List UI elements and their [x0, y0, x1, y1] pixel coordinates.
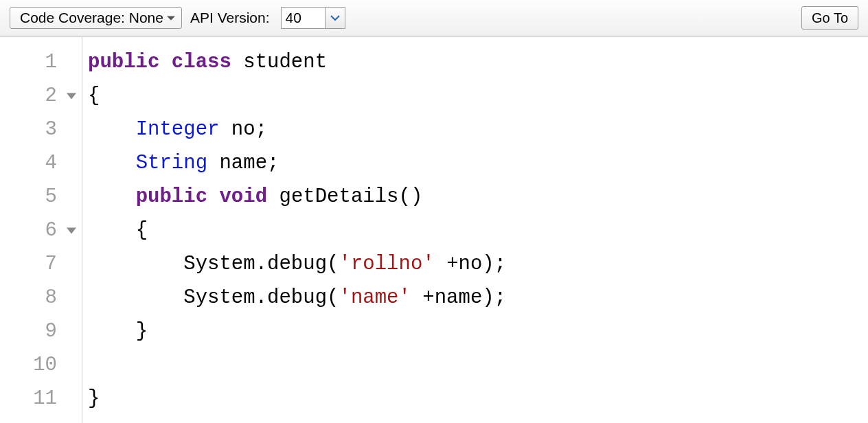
code-area[interactable]: public class student{ Integer no; String… — [82, 37, 868, 423]
line-number-gutter: 1234567891011 — [0, 37, 82, 423]
line-number: 5 — [0, 180, 82, 214]
code-line[interactable]: { — [88, 79, 868, 113]
line-number: 10 — [0, 348, 82, 382]
code-line[interactable] — [88, 348, 868, 382]
code-line[interactable]: System.debug('rollno' +no); — [88, 247, 868, 281]
chevron-down-icon — [330, 15, 340, 21]
caret-down-icon — [167, 16, 175, 21]
goto-button[interactable]: Go To — [801, 6, 858, 30]
line-number: 9 — [0, 315, 82, 348]
code-line[interactable]: { — [88, 214, 868, 247]
line-number: 4 — [0, 146, 82, 180]
toolbar: Code Coverage: None API Version: Go To — [0, 0, 868, 36]
code-line[interactable]: String name; — [88, 146, 868, 180]
code-line[interactable]: System.debug('name' +name); — [88, 281, 868, 315]
fold-toggle-icon[interactable] — [67, 93, 76, 99]
code-line[interactable]: } — [88, 315, 868, 348]
code-line[interactable]: public class student — [88, 45, 868, 79]
line-number: 2 — [0, 79, 82, 113]
line-number: 11 — [0, 382, 82, 415]
line-number: 3 — [0, 113, 82, 146]
fold-toggle-icon[interactable] — [67, 227, 76, 233]
line-number: 8 — [0, 281, 82, 315]
api-version-field — [281, 7, 345, 29]
code-editor: 1234567891011 public class student{ Inte… — [0, 36, 868, 423]
line-number: 7 — [0, 247, 82, 281]
line-number: 1 — [0, 45, 82, 79]
api-version-input[interactable] — [281, 7, 325, 29]
line-number: 6 — [0, 214, 82, 247]
api-version-dropdown-button[interactable] — [325, 7, 345, 29]
code-line[interactable]: } — [88, 382, 868, 415]
code-line[interactable]: Integer no; — [88, 113, 868, 146]
code-coverage-label: Code Coverage: None — [20, 10, 163, 26]
code-line[interactable]: public void getDetails() — [88, 180, 868, 214]
api-version-label: API Version: — [190, 10, 273, 26]
code-coverage-dropdown[interactable]: Code Coverage: None — [10, 7, 182, 29]
